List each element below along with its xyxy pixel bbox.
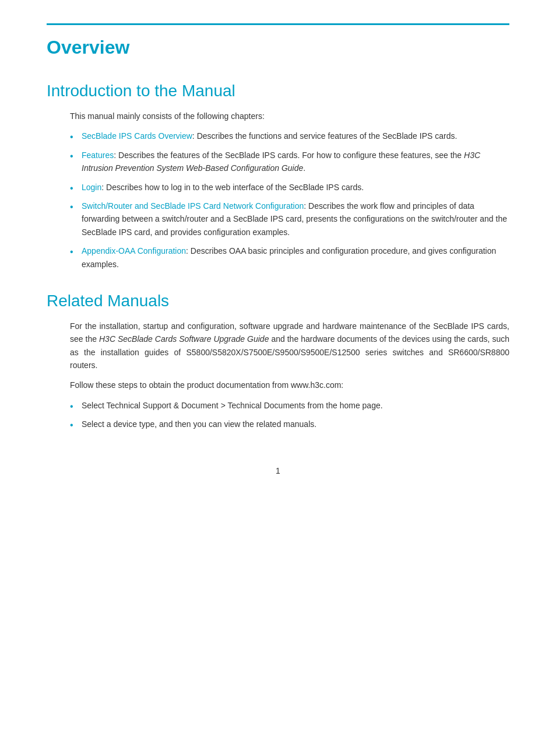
related-bullet-1: Select Technical Support & Document > Te… <box>70 399 509 412</box>
switch-router-link[interactable]: Switch/Router and SecBlade IPS Card Netw… <box>82 201 304 211</box>
bullet-item-3: Login: Describes how to log in to the we… <box>70 181 509 194</box>
bullet-3-text: : Describes how to log in to the web int… <box>101 183 364 192</box>
secblade-overview-link[interactable]: SecBlade IPS Cards Overview <box>82 131 192 141</box>
related-para-2: Follow these steps to obtain the product… <box>70 379 509 391</box>
related-para-1-italic: H3C SecBlade Cards Software Upgrade Guid… <box>99 334 269 344</box>
related-bullet-2-text: Select a device type, and then you can v… <box>82 419 316 429</box>
bullet-item-5: Appendix-OAA Configuration: Describes OA… <box>70 244 509 271</box>
bullet-item-4: Switch/Router and SecBlade IPS Card Netw… <box>70 200 509 239</box>
intro-text: This manual mainly consists of the follo… <box>70 110 509 123</box>
related-bullet-2: Select a device type, and then you can v… <box>70 418 509 430</box>
page-number: 1 <box>47 466 509 475</box>
bullet-item-2: Features: Describes the features of the … <box>70 149 509 175</box>
page-container: Overview Introduction to the Manual This… <box>0 0 556 510</box>
related-bullet-1-text: Select Technical Support & Document > Te… <box>82 401 383 410</box>
intro-section: Introduction to the Manual This manual m… <box>47 82 509 271</box>
related-section-title: Related Manuals <box>47 292 509 310</box>
bullet-item-1: SecBlade IPS Cards Overview: Describes t… <box>70 130 509 142</box>
page-title: Overview <box>47 37 509 58</box>
related-bullet-list: Select Technical Support & Document > Te… <box>70 399 509 431</box>
intro-bullet-list: SecBlade IPS Cards Overview: Describes t… <box>70 130 509 271</box>
bullet-2-text: : Describes the features of the SecBlade… <box>82 150 480 173</box>
appendix-oaa-link[interactable]: Appendix-OAA Configuration <box>82 246 186 256</box>
features-link[interactable]: Features <box>82 150 114 160</box>
italic-text-1: H3C Intrusion Prevention System Web-Base… <box>82 150 480 173</box>
related-section: Related Manuals For the installation, st… <box>47 292 509 431</box>
bullet-1-text: : Describes the functions and service fe… <box>192 131 457 141</box>
related-para-1: For the installation, startup and config… <box>70 320 509 372</box>
top-border <box>47 23 509 25</box>
intro-section-title: Introduction to the Manual <box>47 82 509 100</box>
login-link[interactable]: Login <box>82 183 101 192</box>
